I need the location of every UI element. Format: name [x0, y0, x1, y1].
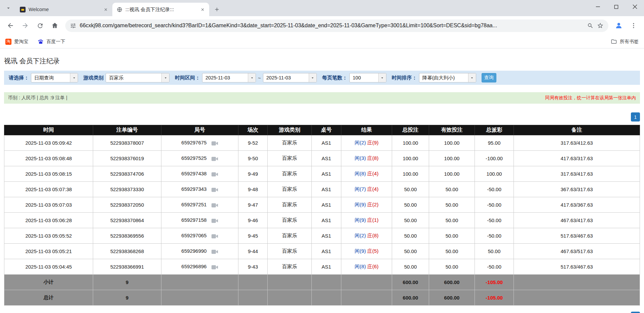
date-value: 2025-11-03 — [202, 75, 248, 80]
cell-time: 2025-11-03 05:07:03 — [4, 197, 93, 213]
cell-result: 闲(9) 庄(1) — [341, 213, 392, 228]
forward-button[interactable] — [18, 19, 32, 33]
tab-title: :::视讯 会员下注纪录::: — [125, 6, 196, 13]
date-start-input[interactable]: 2025-11-03 — [202, 73, 256, 82]
column-header: 有效投注 — [429, 125, 475, 135]
cell-payout: -100.00 — [475, 151, 514, 166]
cell-table-number: AS1 — [312, 197, 341, 213]
tab-welcome[interactable]: Welcome — [15, 3, 112, 16]
home-button[interactable] — [48, 19, 62, 33]
round-video-icon[interactable] — [211, 234, 218, 239]
cell-valid-bet: 50.00 — [429, 244, 475, 259]
cell-total-bet[interactable]: 100.00 — [392, 135, 429, 151]
table-row: 2025-11-03 05:04:45 522938366991 6592968… — [4, 259, 640, 275]
cell-remark: 467.63/517.63 — [514, 244, 640, 259]
page-content: 视讯 会员下注纪录 请选择： 日期查询 游戏类别 百家乐 时间区间： 2025-… — [0, 48, 644, 313]
reload-button[interactable] — [33, 19, 47, 33]
round-video-icon[interactable] — [211, 218, 218, 223]
baidu-paw-icon — [38, 39, 44, 45]
dropdown-arrow-icon[interactable] — [378, 73, 386, 82]
tab-close-icon[interactable] — [199, 6, 206, 13]
new-tab-button[interactable] — [211, 4, 223, 15]
bookmark-label: 爱淘宝 — [14, 39, 28, 45]
date-value: 2025-11-03 — [263, 75, 309, 80]
round-video-icon[interactable] — [211, 203, 218, 208]
cell-result: 闲(9) 庄(2) — [341, 197, 392, 213]
bookmark-taobao[interactable]: 淘 爱淘宝 — [5, 39, 28, 45]
back-button[interactable] — [3, 19, 17, 33]
cell-total-bet[interactable]: 50.00 — [392, 197, 429, 213]
round-video-icon[interactable] — [211, 187, 218, 193]
cell-game-type: 百家乐 — [268, 244, 312, 259]
table-row: 2025-11-03 05:05:52 522938369556 6592970… — [4, 228, 640, 244]
select-value: 百家乐 — [106, 75, 161, 81]
dropdown-arrow-icon[interactable] — [161, 73, 169, 82]
cell-payout: -50.00 — [475, 228, 514, 244]
cell-time: 2025-11-03 05:05:21 — [4, 244, 93, 259]
game-type-select[interactable]: 百家乐 — [106, 73, 169, 82]
cell-game-type: 百家乐 — [268, 135, 312, 151]
result-banker: 庄(8) — [367, 233, 378, 238]
cell-payout: -50.00 — [475, 213, 514, 228]
sort-select[interactable]: 降幂(由大到小) — [419, 73, 476, 82]
cell-session: 9-44 — [238, 244, 268, 259]
cell-remark: 317.63/412.63 — [514, 135, 640, 151]
tab-search-button[interactable] — [3, 3, 13, 13]
page-1-button[interactable]: 1 — [631, 112, 640, 121]
column-header: 游戏类别 — [268, 125, 312, 135]
round-number: 659297251 — [181, 202, 206, 207]
address-bar[interactable]: 66cxkj98.com/game/betrecord_search/kind3… — [65, 20, 608, 32]
table-body: 2025-11-03 05:09:42 522938378007 6592976… — [4, 135, 640, 275]
zoom-icon[interactable] — [587, 23, 594, 29]
cell-total-bet[interactable]: 50.00 — [392, 213, 429, 228]
round-video-icon[interactable] — [211, 249, 218, 254]
round-video-icon[interactable] — [211, 265, 218, 270]
round-number: 659297343 — [181, 186, 206, 192]
cell-remark: 517.63/467.63 — [514, 228, 640, 244]
cell-total-bet[interactable]: 50.00 — [392, 182, 429, 197]
round-video-icon[interactable] — [211, 156, 218, 162]
maximize-button[interactable] — [607, 0, 626, 13]
tab-betrecord[interactable]: :::视讯 会员下注纪录::: — [112, 3, 209, 16]
filter-sort: 时间排序： 降幂(由大到小) — [392, 73, 476, 82]
table-row: 2025-11-03 05:06:28 522938370864 6592971… — [4, 213, 640, 228]
cell-total-bet[interactable]: 100.00 — [392, 166, 429, 182]
cell-round: 659297438 — [161, 166, 238, 182]
page-1-button[interactable]: 1 — [631, 312, 640, 313]
round-video-icon[interactable] — [211, 172, 218, 177]
cell-time: 2025-11-03 05:05:52 — [4, 228, 93, 244]
bookmark-baidu[interactable]: 百度一下 — [38, 39, 65, 45]
cell-total-bet[interactable]: 50.00 — [392, 244, 429, 259]
browser-menu-button[interactable] — [627, 19, 641, 33]
cell-total-bet[interactable]: 50.00 — [392, 259, 429, 275]
dropdown-arrow-icon[interactable] — [248, 73, 256, 82]
close-window-button[interactable] — [626, 0, 644, 13]
cell-valid-bet: 50.00 — [429, 182, 475, 197]
column-header: 场次 — [238, 125, 268, 135]
cell-total-bet[interactable]: 100.00 — [392, 151, 429, 166]
filter-query-type: 请选择： 日期查询 — [9, 73, 78, 82]
dropdown-arrow-icon[interactable] — [468, 73, 476, 82]
all-bookmarks-button[interactable]: 所有书签 — [611, 38, 639, 45]
date-end-input[interactable]: 2025-11-03 — [263, 73, 317, 82]
site-settings-icon[interactable] — [70, 23, 76, 29]
total-count: 9 — [93, 290, 161, 306]
cell-valid-bet: 50.00 — [429, 213, 475, 228]
profile-avatar[interactable] — [612, 19, 626, 33]
cell-total-bet[interactable]: 50.00 — [392, 228, 429, 244]
result-player: 闲(9) — [355, 202, 366, 207]
per-page-select[interactable]: 100 — [349, 73, 386, 82]
column-header: 总派彩 — [475, 125, 514, 135]
table-row: 2025-11-03 05:09:42 522938378007 6592976… — [4, 135, 640, 151]
round-number: 659297525 — [181, 155, 206, 161]
round-video-icon[interactable] — [211, 141, 218, 146]
bookmark-star-icon[interactable] — [597, 22, 604, 29]
query-type-select[interactable]: 日期查询 — [31, 73, 78, 82]
search-button[interactable]: 查询 — [482, 73, 496, 82]
cell-round: 659296896 — [161, 259, 238, 275]
minimize-button[interactable] — [589, 0, 607, 13]
dropdown-arrow-icon[interactable] — [70, 73, 78, 82]
tab-close-icon[interactable] — [102, 6, 109, 13]
dropdown-arrow-icon[interactable] — [309, 73, 316, 82]
cell-session: 9-48 — [238, 182, 268, 197]
